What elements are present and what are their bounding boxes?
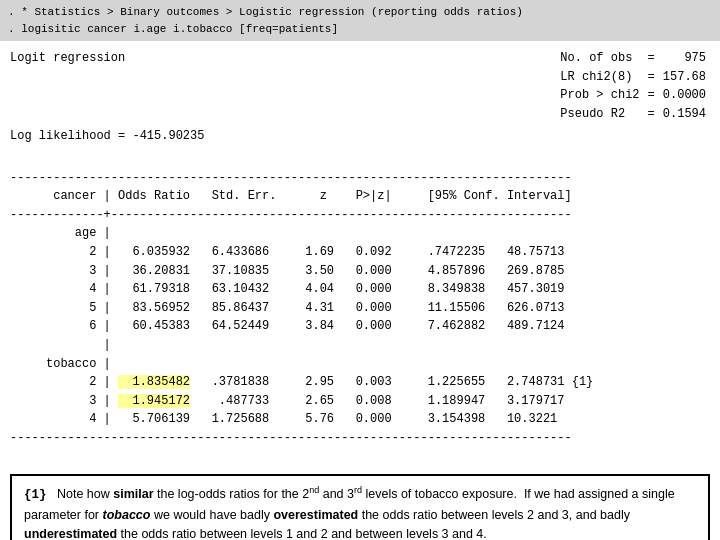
tobacco-row-4: 4 | 5.706139 1.725688 5.76 0.000 3.15439… [10,412,557,426]
table-divider-header: -------------+--------------------------… [10,208,572,222]
stat-row-obs: No. of obs = 975 [556,49,710,68]
note-similar: similar [113,487,153,501]
log-likelihood-label: Log likelihood [10,129,111,143]
table-header: cancer | Odds Ratio Std. Err. z P>|z| [9… [10,189,572,203]
stat-label-chi2: LR chi2(8) [556,68,643,87]
table-divider-bottom: ----------------------------------------… [10,431,572,445]
age-group-label: age | [10,226,111,240]
tobacco-group-label: tobacco | [10,357,111,371]
stat-val-r2: 0.1594 [659,105,710,124]
stat-label-obs: No. of obs [556,49,643,68]
top-bar: . * Statistics > Binary outcomes > Logis… [0,0,720,41]
stat-eq-r2: = [644,105,659,124]
breadcrumb-line2: . logisitic cancer i.age i.tobacco [freq… [8,21,712,38]
stat-eq-prob: = [644,86,659,105]
tobacco-row-2: 2 | 1.835482 .3781838 2.95 0.003 1.22565… [10,375,593,389]
stat-val-chi2: 157.68 [659,68,710,87]
log-likelihood-value: = -415.90235 [118,129,204,143]
note-overestimated: overestimated [273,508,358,522]
stat-eq-obs: = [644,49,659,68]
results-table: ----------------------------------------… [10,150,710,466]
stat-label-prob: Prob > chi2 [556,86,643,105]
stat-val-obs: 975 [659,49,710,68]
regression-title: Logit regression [10,49,125,123]
note-number: {1} [24,488,47,502]
age-empty: | [10,338,111,352]
regression-header: Logit regression No. of obs = 975 LR chi… [10,49,710,123]
stats-block: No. of obs = 975 LR chi2(8) = 157.68 Pro… [556,49,710,123]
stat-row-chi2: LR chi2(8) = 157.68 [556,68,710,87]
note-tobacco-italic: tobacco [103,508,151,522]
stat-row-r2: Pseudo R2 = 0.1594 [556,105,710,124]
breadcrumb-line1: . * Statistics > Binary outcomes > Logis… [8,4,712,21]
main-content: Logit regression No. of obs = 975 LR chi… [0,41,720,540]
stat-row-prob: Prob > chi2 = 0.0000 [556,86,710,105]
age-row-6: 6 | 60.45383 64.52449 3.84 0.000 7.46288… [10,319,565,333]
tobacco-row-3: 3 | 1.945172 .487733 2.65 0.008 1.189947… [10,394,565,408]
age-row-3: 3 | 36.20831 37.10835 3.50 0.000 4.85789… [10,264,565,278]
log-likelihood: Log likelihood = -415.90235 [10,127,710,146]
age-row-4: 4 | 61.79318 63.10432 4.04 0.000 8.34983… [10,282,565,296]
stat-eq-chi2: = [644,68,659,87]
note-box: {1} Note how similar the log-odds ratios… [10,474,710,540]
stat-val-prob: 0.0000 [659,86,710,105]
age-row-2: 2 | 6.035932 6.433686 1.69 0.092 .747223… [10,245,565,259]
age-row-5: 5 | 83.56952 85.86437 4.31 0.000 11.1550… [10,301,565,315]
note-underestimated: underestimated [24,527,117,540]
stat-label-r2: Pseudo R2 [556,105,643,124]
table-divider-top: ----------------------------------------… [10,171,572,185]
